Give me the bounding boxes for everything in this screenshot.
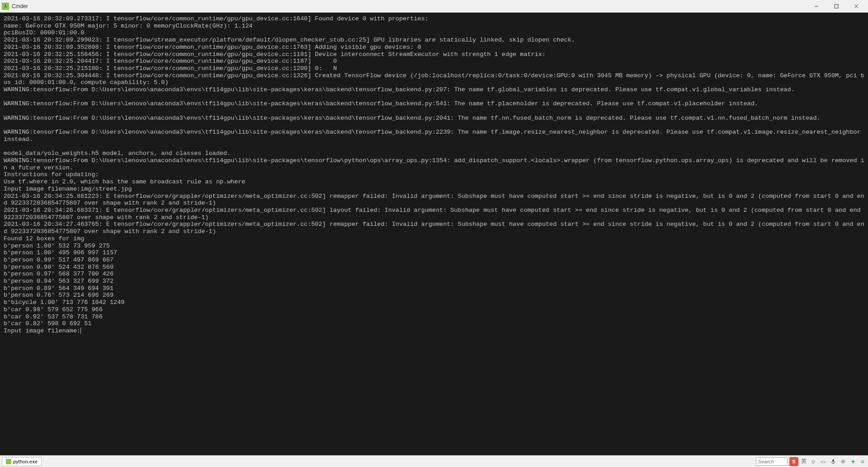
minimize-button[interactable] [807,0,826,13]
emoji-icon[interactable]: ☺ [809,458,817,466]
app-icon: λ [2,3,9,10]
terminal-text: 2021-03-16 20:32:09.273317: I tensorflow… [4,15,864,334]
terminal-output[interactable]: 2021-03-16 20:32:09.273317: I tensorflow… [0,13,868,455]
svg-point-5 [842,461,844,462]
window-controls [807,0,866,13]
console-tab[interactable]: python.exe [2,457,42,466]
language-indicator[interactable]: 英 [800,458,807,465]
mic-icon[interactable] [829,458,837,466]
ime-badge-icon[interactable]: S [789,457,798,466]
titlebar: λ Cmder [0,0,868,13]
maximize-button[interactable] [826,0,846,13]
lambda-icon [6,459,11,464]
window-icon[interactable]: ▭ [819,458,827,466]
search-input[interactable] [756,458,788,466]
svg-rect-1 [835,5,838,8]
tab-label: python.exe [13,459,38,464]
statusbar: python.exe S 英 ☺ ▭ ≡ [0,455,868,467]
close-button[interactable] [846,0,866,13]
statusbar-right: S 英 ☺ ▭ ≡ [756,457,866,466]
window-title: Cmder [12,3,807,9]
plus-icon[interactable] [849,458,857,466]
svg-rect-4 [832,459,834,462]
text-cursor [80,327,81,334]
gear-icon[interactable] [839,458,847,466]
menu-icon[interactable]: ≡ [859,458,866,465]
